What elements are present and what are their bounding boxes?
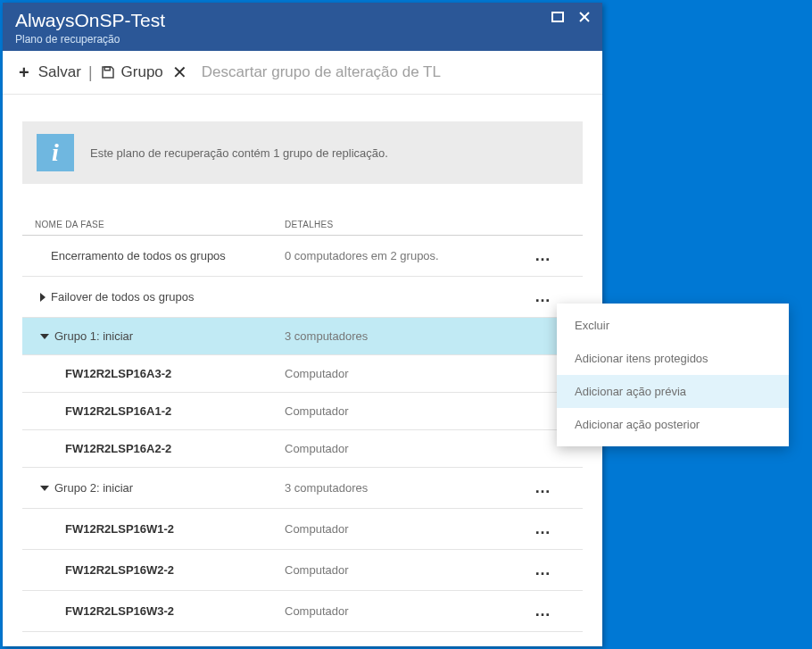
table-row[interactable]: Encerramento de todos os grupos0 computa…: [22, 236, 583, 277]
info-icon: i: [37, 134, 74, 171]
svg-rect-0: [552, 12, 563, 21]
phase-name: Failover de todos os grupos: [51, 290, 194, 304]
discard-icon: ✕: [172, 62, 187, 83]
panel-title: AlwaysOnSP-Test: [15, 10, 590, 31]
panel-subtitle: Plano de recuperação: [15, 33, 590, 46]
add-group-button[interactable]: +: [15, 61, 33, 85]
info-text: Este plano de recuperação contém 1 grupo…: [90, 146, 388, 160]
computer-name: FW12R2LSP16A2-2: [35, 442, 171, 455]
chevron-right-icon[interactable]: [40, 293, 46, 302]
row-actions-button[interactable]: …: [534, 561, 570, 579]
toolbar-separator: |: [88, 63, 93, 82]
restore-icon: [551, 12, 564, 22]
ellipsis-icon: …: [534, 561, 551, 578]
toolbar: + Salvar | Grupo ✕ Descartar grupo de al…: [3, 51, 602, 95]
computer-name: FW12R2LSP16W3-2: [35, 604, 174, 618]
discard-button[interactable]: ✕: [169, 60, 191, 85]
table-row[interactable]: Grupo 2: iniciar3 computadores…: [22, 468, 583, 509]
ellipsis-icon: …: [534, 246, 551, 264]
table-row[interactable]: FW12R2LSP16A1-2Computador: [22, 393, 583, 430]
menu-item[interactable]: Excluir: [557, 309, 789, 342]
row-details: Computador: [285, 604, 534, 618]
phases-grid: NOME DA FASE DETALHES Encerramento de to…: [22, 214, 583, 632]
row-details: Computador: [285, 367, 534, 380]
row-actions-button[interactable]: …: [534, 602, 570, 620]
grid-header: NOME DA FASE DETALHES: [22, 214, 583, 236]
row-details: Computador: [285, 522, 534, 536]
svg-rect-3: [104, 67, 110, 71]
close-button[interactable]: [572, 6, 597, 28]
chevron-down-icon[interactable]: [40, 334, 49, 339]
ellipsis-icon: …: [534, 478, 551, 496]
save-icon: [100, 64, 116, 80]
context-menu: ExcluirAdicionar itens protegidosAdicion…: [557, 304, 789, 446]
column-details-header: DETALHES: [285, 220, 534, 229]
phase-name: Grupo 2: iniciar: [54, 481, 133, 495]
computer-name: FW12R2LSP16A1-2: [35, 404, 171, 418]
column-name-header: NOME DA FASE: [35, 220, 285, 229]
row-details: 3 computadores: [285, 329, 534, 343]
panel-header: AlwaysOnSP-Test Plano de recuperação: [3, 3, 602, 51]
table-row[interactable]: FW12R2LSP16W2-2Computador…: [22, 550, 583, 591]
table-row[interactable]: Grupo 1: iniciar3 computadores: [22, 318, 583, 355]
row-actions-button[interactable]: …: [534, 520, 570, 538]
menu-item[interactable]: Adicionar ação posterior: [557, 408, 789, 441]
recovery-plan-panel: AlwaysOnSP-Test Plano de recuperação + S…: [3, 3, 602, 646]
computer-name: FW12R2LSP16A3-2: [35, 367, 171, 380]
ellipsis-icon: …: [534, 602, 551, 620]
close-icon: [578, 11, 591, 23]
phase-name: Encerramento de todos os grupos: [35, 249, 226, 262]
row-details: Computador: [285, 442, 534, 455]
restore-button[interactable]: [545, 6, 570, 28]
phase-name: Grupo 1: iniciar: [54, 329, 133, 343]
row-actions-button[interactable]: …: [534, 246, 570, 265]
plus-icon: +: [19, 62, 29, 83]
table-row[interactable]: FW12R2LSP16W1-2Computador…: [22, 509, 583, 550]
row-details: 3 computadores: [285, 481, 534, 495]
row-details: Computador: [285, 404, 534, 418]
chevron-down-icon[interactable]: [40, 486, 49, 491]
computer-name: FW12R2LSP16W1-2: [35, 522, 174, 536]
ellipsis-icon: …: [534, 520, 551, 537]
row-actions-button[interactable]: …: [534, 478, 570, 497]
table-row[interactable]: FW12R2LSP16W3-2Computador…: [22, 591, 583, 632]
row-details: Computador: [285, 563, 534, 577]
save-label: Salvar: [38, 63, 81, 81]
computer-name: FW12R2LSP16W2-2: [35, 563, 174, 577]
group-label: Grupo: [121, 63, 163, 81]
content-area: i Este plano de recuperação contém 1 gru…: [3, 95, 602, 646]
info-box: i Este plano de recuperação contém 1 gru…: [22, 121, 583, 184]
row-details: 0 computadores em 2 grupos.: [285, 249, 534, 262]
table-row[interactable]: Failover de todos os grupos…: [22, 277, 583, 318]
menu-item[interactable]: Adicionar itens protegidos: [557, 342, 789, 375]
window-controls: [545, 6, 597, 28]
save-button[interactable]: Salvar: [35, 62, 85, 83]
discard-label: Descartar grupo de alteração de TL: [202, 63, 441, 81]
table-row[interactable]: FW12R2LSP16A2-2Computador: [22, 430, 583, 468]
table-row[interactable]: FW12R2LSP16A3-2Computador: [22, 355, 583, 393]
group-button[interactable]: Grupo: [96, 62, 167, 83]
ellipsis-icon: …: [534, 287, 551, 305]
menu-item[interactable]: Adicionar ação prévia: [557, 375, 789, 408]
